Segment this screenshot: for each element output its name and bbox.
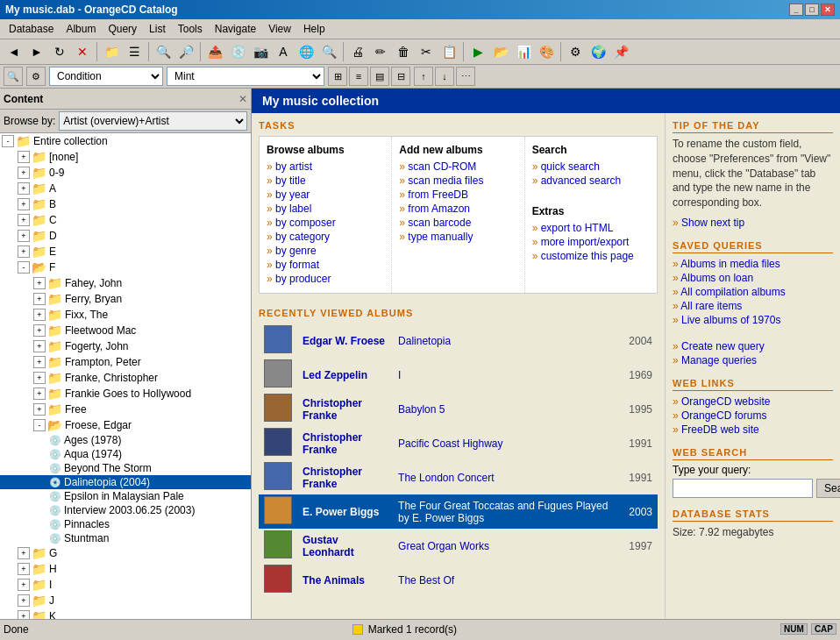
menu-tools[interactable]: Tools [173, 21, 208, 37]
menu-query[interactable]: Query [103, 21, 142, 37]
add-scan-media[interactable]: scan media files [399, 174, 516, 188]
toolbar-stop[interactable]: ✕ [72, 41, 93, 62]
tree-item-froese[interactable]: - 📂 Froese, Edgar [0, 417, 251, 433]
web-link-forums[interactable]: OrangeCD forums [673, 409, 833, 423]
add-type-manually[interactable]: type manually [399, 230, 516, 244]
search-quick[interactable]: quick search [532, 160, 650, 174]
toolbar-graph[interactable]: 📊 [513, 41, 534, 62]
query-all-rare[interactable]: All rare items [673, 299, 833, 313]
add-from-freedb[interactable]: from FreeDB [399, 188, 516, 202]
web-link-orangecd[interactable]: OrangeCD website [673, 395, 833, 409]
toolbar-edit[interactable]: ✏ [370, 41, 391, 62]
album-row-7[interactable]: The Animals The Best Of [259, 563, 658, 597]
tree-expand-G[interactable]: + [18, 547, 30, 559]
browse-by-category[interactable]: by category [267, 230, 384, 244]
browse-by-artist[interactable]: by artist [267, 160, 384, 174]
toolbar-color[interactable]: 🎨 [536, 41, 557, 62]
album-row-3[interactable]: Christopher Franke Pacific Coast Highway… [259, 426, 658, 460]
query-all-compilation[interactable]: All compilation albums [673, 285, 833, 299]
tree-expand-free[interactable]: + [33, 403, 46, 416]
toolbar-cut[interactable]: ✂ [416, 41, 437, 62]
tree-item-J[interactable]: + 📁 J [0, 593, 251, 608]
album-row-2[interactable]: Christopher Franke Babylon 5 1995 [259, 392, 658, 426]
menu-list[interactable]: List [144, 21, 171, 37]
browse-by-format[interactable]: by format [267, 258, 384, 272]
tree-item-C[interactable]: + 📁 C [0, 212, 251, 228]
close-button[interactable]: ✕ [821, 4, 835, 16]
toolbar-cdrom[interactable]: 💿 [227, 41, 248, 62]
browse-by-composer[interactable]: by composer [267, 216, 384, 230]
tree-root[interactable]: - 📁 Entire collection [0, 133, 251, 149]
toolbar-forward[interactable]: ► [26, 41, 47, 62]
tree-item-H[interactable]: + 📁 H [0, 561, 251, 577]
tree-item-pinnacles[interactable]: 💿 Pinnacles [0, 517, 251, 531]
menu-navigate[interactable]: Navigate [210, 21, 261, 37]
toolbar-search2[interactable]: 🔎 [175, 41, 196, 62]
tree-expand-E[interactable]: + [18, 245, 30, 258]
tree-expand-frampton[interactable]: + [33, 356, 46, 368]
album-row-0[interactable]: Edgar W. Froese Dalinetopia 2004 [259, 324, 658, 358]
web-search-input[interactable] [673, 479, 813, 498]
toolbar-delete[interactable]: 🗑 [393, 41, 414, 62]
query-albums-media[interactable]: Albums in media files [673, 257, 833, 271]
extras-customize[interactable]: customize this page [532, 249, 650, 263]
tree-item-K[interactable]: + 📁 K [0, 608, 251, 619]
tree-expand-fixx[interactable]: + [33, 309, 46, 321]
tree-expand-fleetwood[interactable]: + [33, 324, 46, 337]
tree-item-frankie[interactable]: + 📁 Frankie Goes to Hollywood [0, 386, 251, 402]
sort-asc-btn[interactable]: ↑ [414, 67, 433, 86]
tree-item-F[interactable]: - 📂 F [0, 260, 251, 275]
tree-expand-root[interactable]: - [2, 135, 14, 147]
tree-item-09[interactable]: + 📁 0-9 [0, 165, 251, 181]
menu-album[interactable]: Album [61, 21, 101, 37]
manage-queries[interactable]: Manage queries [673, 353, 833, 367]
album-row-6[interactable]: Gustav Leonhardt Great Organ Works 1997 [259, 529, 658, 563]
tree-expand-H[interactable]: + [18, 563, 30, 575]
tree-item-B[interactable]: + 📁 B [0, 196, 251, 212]
toolbar-search1[interactable]: 🔍 [153, 41, 174, 62]
sort-desc-btn[interactable]: ↓ [435, 67, 454, 86]
menu-help[interactable]: Help [298, 21, 331, 37]
add-from-amazon[interactable]: from Amazon [399, 202, 516, 216]
tree-item-G[interactable]: + 📁 G [0, 545, 251, 561]
filter-extra-btn[interactable]: ⚙ [26, 67, 46, 86]
browse-by-label[interactable]: by label [267, 202, 384, 216]
add-scan-barcode[interactable]: scan barcode [399, 216, 516, 230]
toolbar-media[interactable]: 📂 [490, 41, 511, 62]
menu-database[interactable]: Database [4, 21, 59, 37]
tree-item-aqua[interactable]: 💿 Aqua (1974) [0, 447, 251, 461]
toolbar-open[interactable]: 📁 [101, 41, 122, 62]
maximize-button[interactable]: □ [805, 4, 819, 16]
query-albums-loan[interactable]: Albums on loan [673, 271, 833, 285]
view-list-btn[interactable]: ≡ [349, 67, 368, 86]
tree-item-I[interactable]: + 📁 I [0, 577, 251, 593]
tree-item-E[interactable]: + 📁 E [0, 244, 251, 260]
show-next-tip-link[interactable]: Show next tip [673, 216, 833, 230]
filter-search-icon-btn[interactable]: 🔍 [4, 67, 23, 86]
tree-item-ages[interactable]: 💿 Ages (1978) [0, 433, 251, 447]
tree-item-none[interactable]: + 📁 [none] [0, 149, 251, 165]
tree-item-free[interactable]: + 📁 Free [0, 402, 251, 417]
tree-expand-fogerty[interactable]: + [33, 340, 46, 352]
tree-expand-fahey[interactable]: + [33, 277, 46, 289]
browse-by-producer[interactable]: by producer [267, 272, 384, 286]
tree-expand-B[interactable]: + [18, 198, 30, 210]
view-details-btn[interactable]: ▤ [370, 67, 389, 86]
tree-item-epsilon[interactable]: 💿 Epsilon in Malaysian Pale [0, 489, 251, 503]
toolbar-extra[interactable]: 📌 [610, 41, 631, 62]
minimize-button[interactable]: _ [789, 4, 803, 16]
search-advanced[interactable]: advanced search [532, 174, 650, 188]
query-live-1970s[interactable]: Live albums of 1970s [673, 313, 833, 327]
tree-item-dalinetopia[interactable]: 💿 Dalinetopia (2004) [0, 475, 251, 489]
web-link-freedb[interactable]: FreeDB web site [673, 423, 833, 437]
browse-by-select[interactable]: Artist (overview)+Artist Title Year Genr… [59, 111, 247, 131]
toolbar-search3[interactable]: 🔍 [318, 41, 339, 62]
tree-expand-frankie[interactable]: + [33, 388, 46, 400]
toolbar-print[interactable]: 🖨 [347, 41, 368, 62]
toolbar-amazon[interactable]: A [273, 41, 294, 62]
extras-import-export[interactable]: more import/export [532, 235, 650, 249]
tree-expand-F[interactable]: - [18, 261, 30, 274]
filter-value-select[interactable]: Mint Good Fair Poor [167, 67, 324, 86]
toolbar-scan[interactable]: 📷 [250, 41, 271, 62]
toolbar-refresh[interactable]: ↻ [49, 41, 70, 62]
